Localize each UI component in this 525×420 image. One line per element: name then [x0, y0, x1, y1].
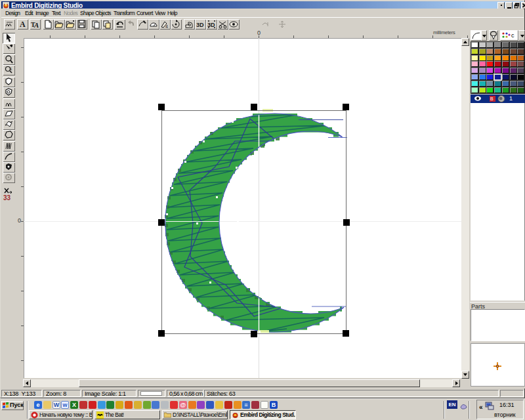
svg-text:4: 4	[165, 24, 168, 29]
svg-text:c: c	[511, 32, 514, 39]
svg-text:B: B	[490, 96, 494, 101]
svg-text:A: A	[33, 21, 39, 29]
svg-text:1: 1	[10, 67, 12, 71]
svg-text:3D: 3D	[196, 22, 204, 28]
svg-text:A: A	[20, 20, 26, 29]
